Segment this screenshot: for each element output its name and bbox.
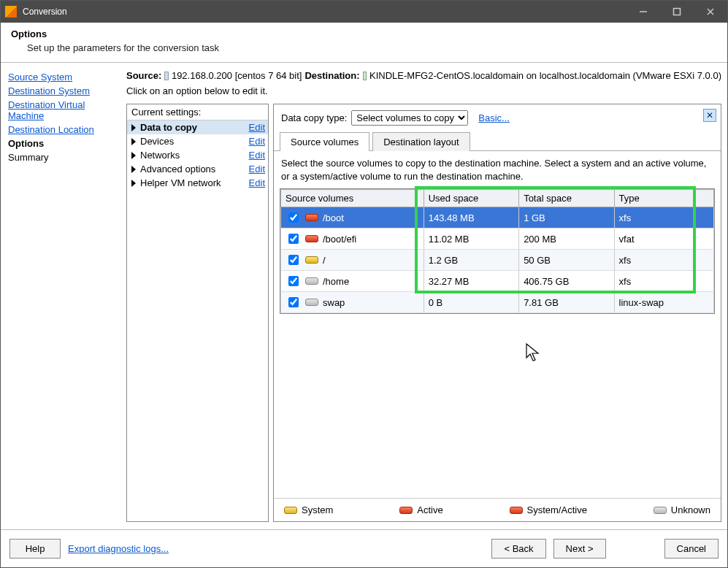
- volume-checkbox[interactable]: [288, 234, 299, 244]
- edit-link[interactable]: Edit: [249, 136, 265, 147]
- settings-row-label: Devices: [140, 136, 249, 147]
- nav-item-4: Options: [8, 138, 119, 149]
- instructions-text: Select the source volumes to copy to the…: [274, 151, 721, 187]
- volume-checkbox[interactable]: [288, 212, 299, 223]
- fs-type: xfs: [614, 207, 713, 229]
- arrow-icon: [131, 138, 136, 145]
- table-row[interactable]: /boot143.48 MB1 GBxfs: [281, 207, 714, 229]
- source-value: 192.168.0.200 [centos 7 64 bit]: [172, 70, 302, 81]
- edit-link[interactable]: Edit: [249, 122, 265, 133]
- copytype-select[interactable]: Select volumes to copy: [351, 110, 468, 126]
- titlebar: Conversion: [1, 1, 727, 23]
- used-space: 1.2 GB: [424, 250, 518, 271]
- disk-icon: [305, 235, 318, 242]
- window-title: Conversion: [23, 7, 67, 17]
- basic-link[interactable]: Basic...: [478, 112, 510, 123]
- legend-item: Active: [399, 504, 442, 515]
- help-button[interactable]: Help: [9, 539, 61, 559]
- edit-link[interactable]: Edit: [249, 164, 265, 174]
- table-row[interactable]: swap0 B7.81 GBlinux-swap: [281, 292, 714, 313]
- col-header[interactable]: Source volumes: [281, 190, 424, 207]
- volume-name: /: [323, 255, 326, 266]
- conversion-window: Conversion Options Set up the parameters…: [0, 0, 728, 568]
- used-space: 0 B: [424, 292, 518, 313]
- used-space: 11.02 MB: [424, 229, 518, 250]
- close-detail-icon[interactable]: ✕: [703, 109, 716, 122]
- disk-icon: [305, 214, 318, 221]
- footer: Help Export diagnostic logs... < Back Ne…: [1, 529, 727, 567]
- volume-name: swap: [323, 297, 345, 308]
- legend-item: Unknown: [654, 504, 710, 515]
- source-pc-icon: [164, 72, 169, 80]
- nav-item-3[interactable]: Destination Location: [8, 124, 119, 135]
- fs-type: linux-swap: [614, 292, 713, 313]
- fs-type: xfs: [614, 271, 713, 292]
- settings-row-label: Data to copy: [140, 122, 249, 133]
- settings-row-devices[interactable]: DevicesEdit: [127, 134, 268, 148]
- destination-value: KINDLE-MFG2-CentOS.localdomain on localh…: [369, 70, 721, 81]
- close-button[interactable]: [694, 1, 727, 23]
- page-title: Options: [11, 28, 717, 39]
- tab-source-volumes[interactable]: Source volumes: [280, 132, 369, 151]
- table-row[interactable]: /1.2 GB50 GBxfs: [281, 250, 714, 271]
- copytype-label: Data copy type:: [281, 112, 347, 123]
- fs-type: xfs: [614, 250, 713, 271]
- volume-name: /boot: [323, 212, 344, 223]
- total-space: 7.81 GB: [519, 292, 614, 313]
- settings-row-data-to-copy[interactable]: Data to copyEdit: [127, 120, 268, 134]
- nav-item-2[interactable]: Destination Virtual Machine: [8, 99, 119, 121]
- edit-link[interactable]: Edit: [249, 177, 265, 188]
- total-space: 406.75 GB: [519, 271, 614, 292]
- settings-row-networks[interactable]: NetworksEdit: [127, 148, 268, 162]
- disk-icon: [305, 299, 318, 306]
- minimize-button[interactable]: [627, 1, 660, 23]
- settings-row-helper-vm-network[interactable]: Helper VM networkEdit: [127, 176, 268, 190]
- back-button[interactable]: < Back: [491, 539, 545, 559]
- volume-legend: SystemActiveSystem/ActiveUnknown: [274, 498, 721, 521]
- cancel-button[interactable]: Cancel: [664, 539, 719, 559]
- nav-item-0[interactable]: Source System: [8, 72, 119, 82]
- arrow-icon: [131, 166, 136, 173]
- page-subtitle: Set up the parameters for the conversion…: [27, 42, 717, 53]
- volume-name: /boot/efi: [323, 234, 356, 245]
- volumes-table: Source volumesUsed spaceTotal spaceType …: [280, 188, 715, 314]
- edit-hint: Click on an option below to edit it.: [126, 85, 721, 96]
- app-icon: [5, 6, 17, 18]
- table-row[interactable]: /home32.27 MB406.75 GBxfs: [281, 271, 714, 292]
- disk-icon: [510, 507, 523, 514]
- settings-row-advanced-options[interactable]: Advanced optionsEdit: [127, 162, 268, 176]
- col-header[interactable]: Used space: [424, 190, 518, 207]
- body: Source SystemDestination SystemDestinati…: [1, 63, 727, 529]
- arrow-icon: [131, 152, 136, 159]
- settings-header: Current settings:: [127, 104, 268, 120]
- nav-item-1[interactable]: Destination System: [8, 85, 119, 96]
- tab-destination-layout[interactable]: Destination layout: [372, 132, 470, 151]
- page-header: Options Set up the parameters for the co…: [1, 23, 727, 63]
- volume-checkbox[interactable]: [288, 255, 299, 265]
- next-button[interactable]: Next >: [553, 539, 606, 559]
- edit-link[interactable]: Edit: [249, 150, 265, 161]
- total-space: 200 MB: [519, 229, 614, 250]
- disk-icon: [305, 277, 318, 285]
- destination-label: Destination:: [304, 70, 359, 81]
- settings-row-label: Networks: [140, 150, 249, 161]
- used-space: 32.27 MB: [424, 271, 518, 292]
- table-row[interactable]: /boot/efi11.02 MB200 MBvfat: [281, 229, 714, 250]
- disk-icon: [654, 507, 667, 514]
- export-logs-link[interactable]: Export diagnostic logs...: [68, 543, 169, 554]
- col-header[interactable]: Total space: [519, 190, 614, 207]
- settings-row-label: Helper VM network: [140, 177, 249, 188]
- maximize-button[interactable]: [660, 1, 694, 23]
- volume-checkbox[interactable]: [288, 297, 299, 307]
- source-destination-info: Source: 192.168.0.200 [centos 7 64 bit] …: [126, 70, 721, 81]
- nav-item-5: Summary: [8, 152, 119, 163]
- legend-item: System: [284, 504, 333, 515]
- volume-name: /home: [323, 276, 349, 287]
- destination-pc-icon: [363, 72, 367, 80]
- disk-icon: [305, 256, 318, 264]
- col-header[interactable]: Type: [614, 190, 713, 207]
- total-space: 1 GB: [519, 207, 614, 229]
- legend-item: System/Active: [510, 504, 587, 515]
- volume-checkbox[interactable]: [288, 276, 299, 286]
- content-area: Source: 192.168.0.200 [centos 7 64 bit] …: [126, 63, 727, 529]
